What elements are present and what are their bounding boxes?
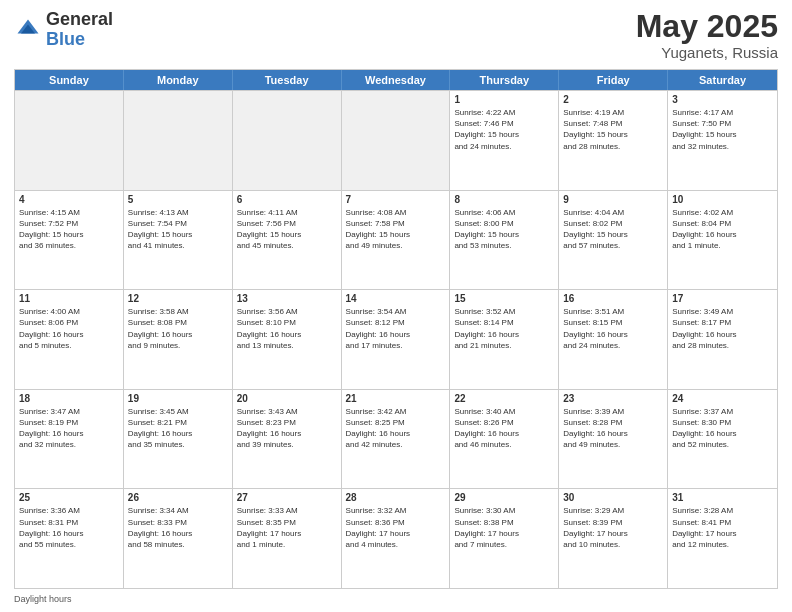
day-number: 3	[672, 94, 773, 105]
logo-icon	[14, 16, 42, 44]
day-number: 12	[128, 293, 228, 304]
title-month: May 2025	[636, 10, 778, 42]
day-number: 18	[19, 393, 119, 404]
day-number: 15	[454, 293, 554, 304]
day-number: 1	[454, 94, 554, 105]
day-of-week-tuesday: Tuesday	[233, 70, 342, 90]
day-info: Sunrise: 3:58 AM Sunset: 8:08 PM Dayligh…	[128, 306, 228, 351]
calendar-week-5: 25Sunrise: 3:36 AM Sunset: 8:31 PM Dayli…	[15, 488, 777, 588]
calendar-day-15: 15Sunrise: 3:52 AM Sunset: 8:14 PM Dayli…	[450, 290, 559, 389]
day-number: 7	[346, 194, 446, 205]
calendar-day-21: 21Sunrise: 3:42 AM Sunset: 8:25 PM Dayli…	[342, 390, 451, 489]
day-info: Sunrise: 4:00 AM Sunset: 8:06 PM Dayligh…	[19, 306, 119, 351]
day-info: Sunrise: 3:37 AM Sunset: 8:30 PM Dayligh…	[672, 406, 773, 451]
day-info: Sunrise: 3:47 AM Sunset: 8:19 PM Dayligh…	[19, 406, 119, 451]
calendar-day-24: 24Sunrise: 3:37 AM Sunset: 8:30 PM Dayli…	[668, 390, 777, 489]
calendar-day-27: 27Sunrise: 3:33 AM Sunset: 8:35 PM Dayli…	[233, 489, 342, 588]
day-info: Sunrise: 3:56 AM Sunset: 8:10 PM Dayligh…	[237, 306, 337, 351]
calendar-day-23: 23Sunrise: 3:39 AM Sunset: 8:28 PM Dayli…	[559, 390, 668, 489]
day-info: Sunrise: 4:15 AM Sunset: 7:52 PM Dayligh…	[19, 207, 119, 252]
day-of-week-wednesday: Wednesday	[342, 70, 451, 90]
calendar-day-7: 7Sunrise: 4:08 AM Sunset: 7:58 PM Daylig…	[342, 191, 451, 290]
day-number: 20	[237, 393, 337, 404]
day-number: 21	[346, 393, 446, 404]
calendar-day-10: 10Sunrise: 4:02 AM Sunset: 8:04 PM Dayli…	[668, 191, 777, 290]
calendar-day-16: 16Sunrise: 3:51 AM Sunset: 8:15 PM Dayli…	[559, 290, 668, 389]
day-number: 16	[563, 293, 663, 304]
day-number: 5	[128, 194, 228, 205]
calendar-empty-cell	[233, 91, 342, 190]
day-of-week-saturday: Saturday	[668, 70, 777, 90]
calendar-day-6: 6Sunrise: 4:11 AM Sunset: 7:56 PM Daylig…	[233, 191, 342, 290]
header: General Blue May 2025 Yuganets, Russia	[14, 10, 778, 61]
day-of-week-sunday: Sunday	[15, 70, 124, 90]
day-number: 10	[672, 194, 773, 205]
day-info: Sunrise: 3:42 AM Sunset: 8:25 PM Dayligh…	[346, 406, 446, 451]
day-info: Sunrise: 3:51 AM Sunset: 8:15 PM Dayligh…	[563, 306, 663, 351]
calendar-day-29: 29Sunrise: 3:30 AM Sunset: 8:38 PM Dayli…	[450, 489, 559, 588]
calendar-day-5: 5Sunrise: 4:13 AM Sunset: 7:54 PM Daylig…	[124, 191, 233, 290]
calendar-week-1: 1Sunrise: 4:22 AM Sunset: 7:46 PM Daylig…	[15, 90, 777, 190]
day-number: 11	[19, 293, 119, 304]
calendar-week-4: 18Sunrise: 3:47 AM Sunset: 8:19 PM Dayli…	[15, 389, 777, 489]
calendar-day-2: 2Sunrise: 4:19 AM Sunset: 7:48 PM Daylig…	[559, 91, 668, 190]
day-number: 23	[563, 393, 663, 404]
day-of-week-thursday: Thursday	[450, 70, 559, 90]
day-info: Sunrise: 4:08 AM Sunset: 7:58 PM Dayligh…	[346, 207, 446, 252]
calendar-day-4: 4Sunrise: 4:15 AM Sunset: 7:52 PM Daylig…	[15, 191, 124, 290]
day-info: Sunrise: 3:49 AM Sunset: 8:17 PM Dayligh…	[672, 306, 773, 351]
title-block: May 2025 Yuganets, Russia	[636, 10, 778, 61]
calendar-day-12: 12Sunrise: 3:58 AM Sunset: 8:08 PM Dayli…	[124, 290, 233, 389]
calendar-empty-cell	[124, 91, 233, 190]
day-number: 30	[563, 492, 663, 503]
day-number: 31	[672, 492, 773, 503]
day-info: Sunrise: 3:39 AM Sunset: 8:28 PM Dayligh…	[563, 406, 663, 451]
calendar-empty-cell	[15, 91, 124, 190]
day-number: 4	[19, 194, 119, 205]
day-info: Sunrise: 3:36 AM Sunset: 8:31 PM Dayligh…	[19, 505, 119, 550]
footer: Daylight hours	[14, 594, 778, 604]
day-number: 28	[346, 492, 446, 503]
day-number: 9	[563, 194, 663, 205]
logo-text: General Blue	[46, 10, 113, 50]
day-info: Sunrise: 3:54 AM Sunset: 8:12 PM Dayligh…	[346, 306, 446, 351]
calendar: SundayMondayTuesdayWednesdayThursdayFrid…	[14, 69, 778, 589]
day-info: Sunrise: 4:04 AM Sunset: 8:02 PM Dayligh…	[563, 207, 663, 252]
day-info: Sunrise: 3:43 AM Sunset: 8:23 PM Dayligh…	[237, 406, 337, 451]
day-number: 27	[237, 492, 337, 503]
day-number: 6	[237, 194, 337, 205]
day-number: 14	[346, 293, 446, 304]
day-info: Sunrise: 4:11 AM Sunset: 7:56 PM Dayligh…	[237, 207, 337, 252]
day-number: 22	[454, 393, 554, 404]
day-info: Sunrise: 4:22 AM Sunset: 7:46 PM Dayligh…	[454, 107, 554, 152]
title-location: Yuganets, Russia	[636, 44, 778, 61]
calendar-day-26: 26Sunrise: 3:34 AM Sunset: 8:33 PM Dayli…	[124, 489, 233, 588]
day-info: Sunrise: 3:40 AM Sunset: 8:26 PM Dayligh…	[454, 406, 554, 451]
day-info: Sunrise: 3:28 AM Sunset: 8:41 PM Dayligh…	[672, 505, 773, 550]
calendar-day-3: 3Sunrise: 4:17 AM Sunset: 7:50 PM Daylig…	[668, 91, 777, 190]
calendar-week-2: 4Sunrise: 4:15 AM Sunset: 7:52 PM Daylig…	[15, 190, 777, 290]
calendar-day-11: 11Sunrise: 4:00 AM Sunset: 8:06 PM Dayli…	[15, 290, 124, 389]
calendar-day-13: 13Sunrise: 3:56 AM Sunset: 8:10 PM Dayli…	[233, 290, 342, 389]
calendar-body: 1Sunrise: 4:22 AM Sunset: 7:46 PM Daylig…	[15, 90, 777, 588]
day-number: 24	[672, 393, 773, 404]
calendar-day-22: 22Sunrise: 3:40 AM Sunset: 8:26 PM Dayli…	[450, 390, 559, 489]
day-number: 29	[454, 492, 554, 503]
day-info: Sunrise: 3:33 AM Sunset: 8:35 PM Dayligh…	[237, 505, 337, 550]
day-info: Sunrise: 3:32 AM Sunset: 8:36 PM Dayligh…	[346, 505, 446, 550]
footer-text: Daylight hours	[14, 594, 72, 604]
logo-blue-text: Blue	[46, 30, 113, 50]
day-number: 26	[128, 492, 228, 503]
calendar-day-18: 18Sunrise: 3:47 AM Sunset: 8:19 PM Dayli…	[15, 390, 124, 489]
day-info: Sunrise: 4:19 AM Sunset: 7:48 PM Dayligh…	[563, 107, 663, 152]
calendar-day-14: 14Sunrise: 3:54 AM Sunset: 8:12 PM Dayli…	[342, 290, 451, 389]
calendar-day-28: 28Sunrise: 3:32 AM Sunset: 8:36 PM Dayli…	[342, 489, 451, 588]
calendar-day-20: 20Sunrise: 3:43 AM Sunset: 8:23 PM Dayli…	[233, 390, 342, 489]
day-number: 8	[454, 194, 554, 205]
day-number: 17	[672, 293, 773, 304]
calendar-header: SundayMondayTuesdayWednesdayThursdayFrid…	[15, 70, 777, 90]
calendar-day-25: 25Sunrise: 3:36 AM Sunset: 8:31 PM Dayli…	[15, 489, 124, 588]
logo-general-text: General	[46, 10, 113, 30]
day-number: 13	[237, 293, 337, 304]
calendar-day-30: 30Sunrise: 3:29 AM Sunset: 8:39 PM Dayli…	[559, 489, 668, 588]
